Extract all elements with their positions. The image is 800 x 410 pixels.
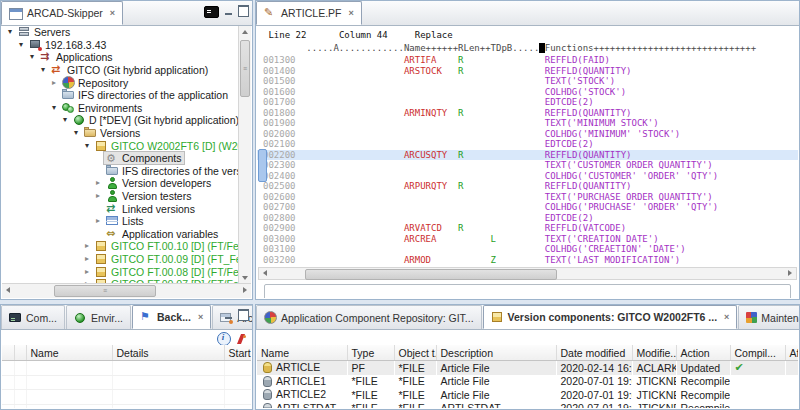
table-row-artlstdat[interactable]: ARTLSTDAT*FILE*FILEARTLSTDAT2020-07-01 1… [257,402,798,409]
tree-vertical-scrollbar[interactable]: ≡ [238,26,251,284]
scroll-right-icon[interactable] [239,284,251,296]
editor-line-001500[interactable]: 001500 TEXT('STOCK') [257,76,798,87]
maximize-icon[interactable] [238,309,249,321]
expand-arrow-icon[interactable]: ▾ [16,39,26,51]
expand-arrow-icon[interactable]: ▾ [5,26,15,38]
tree-item-version-developers[interactable]: ▸Version developers [2,177,239,190]
lpex-editor[interactable]: Line 22 Column 44 Replace .....A........… [257,26,798,298]
expand-arrow-icon[interactable]: ▸ [93,215,103,227]
scroll-left-icon[interactable] [2,284,14,296]
editor-line-003100[interactable]: 003100 COLHDG('CREAETION' 'DATE') [257,244,798,255]
scrollbar-thumb[interactable] [305,269,557,280]
close-icon[interactable]: × [110,8,115,18]
column-header-name[interactable]: Name [26,345,112,361]
column-header-af[interactable]: Af [785,345,798,361]
column-header-details[interactable]: Details [112,345,224,361]
column-header-type[interactable]: Type [347,345,394,361]
tree-item-gitco-ft-00-08-d-ft-feature-8-f[interactable]: ▸GITCO FT.00.08 [D] (FT/Feature_8) [*F [2,265,239,278]
column-header-blank[interactable] [2,345,14,361]
maximize-icon[interactable] [238,5,249,17]
editor-line-002100[interactable]: 002100 EDTCDE(2) [257,139,798,150]
tree-item-ifs-directories-of-the-version[interactable]: IFS directories of the version [2,165,239,178]
minimize-icon[interactable] [224,7,233,16]
expand-arrow-icon[interactable]: ▾ [71,127,81,139]
column-header-name[interactable]: Name [257,345,347,361]
column-header-object-t[interactable]: Object t... [394,345,436,361]
editor-line-002900[interactable]: 002900 ARVATCD R REFFLD(VATCODE) [257,223,798,234]
tree-item-ifs-directories-of-the-application[interactable]: IFS directories of the application [2,89,239,102]
editor-line-002300[interactable]: 002300 TEXT('CUSTOMER ORDER QUANTITY') [257,160,798,171]
expand-arrow-icon[interactable]: ▸ [82,266,92,278]
column-header-compil[interactable]: Compil... [730,345,785,361]
editor-line-001600[interactable]: 001600 COLHDG('STOCK') [257,87,798,98]
tree-item-applications[interactable]: ▾Applications [2,51,239,64]
scroll-up-icon[interactable] [239,26,251,38]
expand-arrow-icon[interactable]: ▸ [82,253,92,265]
editor-line-002500[interactable]: 002500 ARPURQTY R REFFLD(QUANTITY) [257,181,798,192]
tree-item-192-168-3-43[interactable]: ▾192.168.3.43 [2,39,239,52]
console-icon[interactable] [204,6,219,18]
editor-line-003000[interactable]: 003000 ARCREA L TEXT('CREATION DATE') [257,234,798,245]
scroll-right-icon[interactable] [784,267,796,279]
scrollbar-thumb[interactable]: ≡ [240,40,250,97]
editor-line-001900[interactable]: 001900 TEXT('MINIMUM STOCK') [257,118,798,129]
tree-item-version-testers[interactable]: ▸Version testers [2,190,239,203]
tree-item-servers[interactable]: ▾Servers [2,26,239,39]
editor-line-001800[interactable]: 001800 ARMINQTY R REFFLD(QUANTITY) [257,108,798,119]
editor-line-002800[interactable]: 002800 EDTCDE(2) [257,213,798,224]
column-header-blank[interactable] [14,345,26,361]
column-header-modifie[interactable]: Modifie... [632,345,676,361]
tree-item-versions[interactable]: ▾Versions [2,127,239,140]
editor-line-002200[interactable]: 002200 ARCUSQTY R REFFLD(QUANTITY) [257,150,798,161]
expand-arrow-icon[interactable]: ▾ [60,114,70,126]
view-tab-back[interactable]: Back...× [132,305,211,329]
minimize-icon[interactable] [224,311,233,320]
expand-arrow-icon[interactable]: ▸ [93,190,103,202]
editor-line-001400[interactable]: 001400 ARSTOCK R REFFLD(QUANTITY) [257,66,798,77]
tree-item-linked-versions[interactable]: Linked versions [2,202,239,215]
column-header-start[interactable]: Start [224,345,251,361]
tree-item-repository[interactable]: ▸Repository [2,76,239,89]
editor-line-002000[interactable]: 002000 COLHDG('MINIMUM' 'STOCK') [257,129,798,140]
tree-item-components[interactable]: Components [2,152,239,165]
info-icon[interactable] [217,332,231,346]
expand-arrow-icon[interactable]: ▾ [27,51,37,63]
table-row-article2[interactable]: ARTICLE2*FILE*FILEArticle File2020-07-01… [257,388,798,402]
close-icon[interactable]: × [198,312,203,322]
scrollbar-thumb[interactable]: ≡ [54,285,156,297]
column-header-date-modified[interactable]: Date modified [556,345,632,361]
view-tab-com[interactable]: Com... [1,305,65,329]
scroll-left-icon[interactable] [259,267,271,279]
editor-tab-article-pf[interactable]: ARTICLE.PF × [256,1,362,25]
view-tab-maintenance-reports-application-rxb[interactable]: Maintenance reports - Application:RXB (.… [738,305,799,329]
view-tab-arcad-skipper[interactable]: ARCAD-Skipper × [1,1,123,25]
tree-item-application-variables[interactable]: Application variables [2,228,239,241]
expand-arrow-icon[interactable]: ▸ [82,240,92,252]
close-icon[interactable]: × [349,8,354,18]
editor-line-002400[interactable]: 002400 COLHDG('CUSTOMER' 'ORDER' 'QTY') [257,171,798,182]
editor-lines[interactable]: 001300 ARTIFA R REFFLD(FAID)001400 ARSTO… [257,55,798,265]
tree-item-lists[interactable]: ▸Lists [2,215,239,228]
editor-line-001300[interactable]: 001300 ARTIFA R REFFLD(FAID) [257,55,798,66]
editor-horizontal-scrollbar[interactable] [258,267,797,280]
tree-item-environments[interactable]: ▾Environments [2,102,239,115]
column-header-action[interactable]: Action [676,345,730,361]
expand-arrow-icon[interactable]: ▸ [49,77,59,89]
column-header-description[interactable]: Description [436,345,556,361]
editor-line-001700[interactable]: 001700 EDTCDE(2) [257,97,798,108]
editor-line-002700[interactable]: 002700 COLHDG('PRUCHASE' 'ORDER' 'QTY') [257,202,798,213]
expand-arrow-icon[interactable]: ▾ [38,64,48,76]
view-tab-envir[interactable]: Envir... [66,305,131,329]
tree-item-gitco-ft-00-10-d-ft-feature-10[interactable]: ▸GITCO FT.00.10 [D] (FT/Feature_10) [* [2,240,239,253]
editor-line-002600[interactable]: 002600 TEXT('PURCHASE ORDER QUANTITY') [257,192,798,203]
editor-line-003200[interactable]: 003200 ARMOD Z TEXT('LAST MODIFICATION') [257,255,798,266]
table-row-article[interactable]: ARTICLEPF*FILEArticle File2020-02-14 16:… [257,361,798,375]
view-tab-version-components-gitco-w2002ft6[interactable]: Version components: GITCO W2002FT6 ...× [483,305,738,329]
expand-arrow-icon[interactable]: ▾ [82,140,92,152]
tree-horizontal-scrollbar[interactable]: ≡ [2,283,251,298]
tree-item-gitco-w2002ft6-d-w2002ft6-f[interactable]: ▾GITCO W2002FT6 [D] (W2002FT6) [*F [2,139,239,152]
close-icon[interactable]: × [724,312,729,322]
table-row-article1[interactable]: ARTICLE1*FILE*FILEArticle File2020-07-01… [257,375,798,389]
red-action-icon[interactable] [235,333,248,345]
tree-item-gitco-ft-00-09-d-ft-feature-9-f[interactable]: ▸GITCO FT.00.09 [D] (FT_Feature_9) [*F [2,253,239,266]
